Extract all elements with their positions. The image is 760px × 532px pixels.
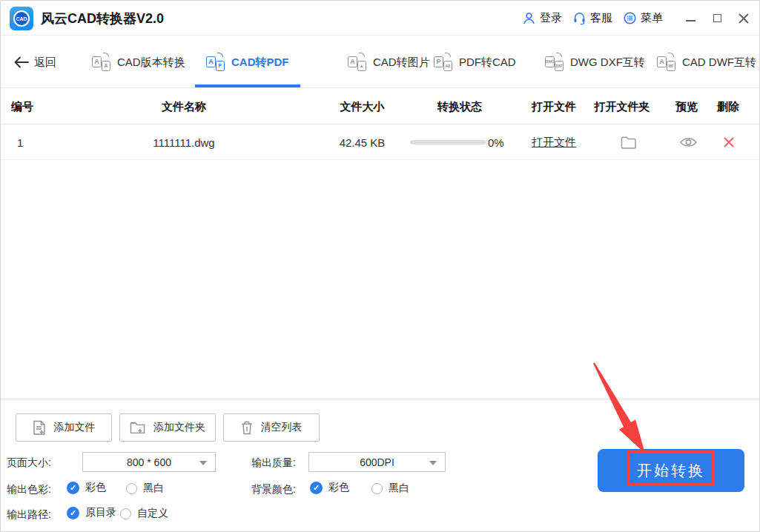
radio-label: 自定义 bbox=[137, 507, 168, 520]
radio-label: 黑白 bbox=[143, 482, 164, 495]
header-index: 编号 bbox=[11, 89, 41, 124]
menu-button[interactable]: 菜单 bbox=[623, 11, 663, 25]
output-path-label: 输出路径: bbox=[7, 508, 51, 522]
chevron-down-icon bbox=[199, 461, 207, 465]
add-file-icon bbox=[33, 420, 46, 436]
page-size-select[interactable]: 800 * 600 bbox=[82, 452, 216, 472]
close-icon bbox=[738, 13, 749, 24]
folder-icon bbox=[620, 135, 637, 150]
dwg-dxf-convert-icon: DWGDXF bbox=[545, 54, 564, 71]
tab-label: DWG DXF互转 bbox=[570, 56, 645, 70]
tab-dwg-dxf-convert[interactable]: DWGDXF DWG DXF互转 bbox=[545, 36, 645, 88]
radio-label: 彩色 bbox=[85, 481, 106, 494]
add-file-button[interactable]: 添加文件 bbox=[16, 413, 112, 442]
login-button[interactable]: 登录 bbox=[522, 11, 562, 25]
headset-icon bbox=[572, 11, 586, 25]
tab-label: CAD DWF互转 bbox=[682, 56, 756, 70]
output-path-radio-custom[interactable]: 自定义 bbox=[120, 507, 168, 520]
chevron-down-icon bbox=[429, 461, 437, 465]
tab-cad-to-pdf[interactable]: AP CAD转PDF bbox=[206, 36, 289, 88]
login-label: 登录 bbox=[540, 11, 562, 25]
active-tab-underline bbox=[195, 84, 300, 87]
tab-cad-dwf-convert[interactable]: AWF CAD DWF互转 bbox=[657, 36, 756, 88]
add-folder-label: 添加文件夹 bbox=[153, 421, 205, 434]
title-bar: CAD 风云CAD转换器V2.0 登录 客服 bbox=[1, 1, 759, 36]
preview-button[interactable] bbox=[677, 124, 699, 160]
output-path-radio-original[interactable]: ✓ 原目录 bbox=[67, 506, 116, 519]
add-folder-icon bbox=[130, 421, 145, 434]
open-file-link[interactable]: 打开文件 bbox=[532, 136, 576, 150]
menu-label: 菜单 bbox=[641, 11, 663, 25]
open-folder-button[interactable] bbox=[618, 124, 638, 160]
radio-unchecked-icon bbox=[126, 483, 137, 494]
header-delete: 删除 bbox=[706, 89, 750, 124]
cad-version-convert-icon: AA bbox=[92, 54, 110, 71]
progress-bar bbox=[410, 140, 486, 144]
header-preview: 预览 bbox=[664, 89, 709, 124]
back-button[interactable]: 返回 bbox=[14, 36, 56, 88]
row-index: 1 bbox=[17, 124, 47, 160]
tab-label: CAD转图片 bbox=[373, 56, 430, 70]
support-label: 客服 bbox=[590, 11, 612, 25]
output-quality-label: 输出质量: bbox=[251, 456, 296, 470]
cad-to-image-icon: A▴ bbox=[348, 54, 366, 71]
tab-label: CAD版本转换 bbox=[117, 56, 185, 70]
back-label: 返回 bbox=[34, 56, 56, 70]
tab-cad-version-convert[interactable]: AA CAD版本转换 bbox=[92, 36, 185, 88]
output-color-radio-bw[interactable]: 黑白 bbox=[126, 482, 164, 495]
add-file-label: 添加文件 bbox=[54, 421, 96, 434]
pdf-to-cad-icon: PAD bbox=[434, 54, 452, 71]
cad-dwf-convert-icon: AWF bbox=[657, 54, 675, 71]
row-filename: 1111111.dwg bbox=[97, 124, 271, 160]
background-color-label: 背景颜色: bbox=[251, 483, 296, 496]
output-color-label: 输出色彩: bbox=[7, 483, 51, 496]
tab-cad-to-image[interactable]: A▴ CAD转图片 bbox=[348, 36, 430, 88]
radio-checked-icon: ✓ bbox=[310, 482, 323, 494]
tab-pdf-to-cad[interactable]: PAD PDF转CAD bbox=[434, 36, 516, 88]
background-color-radio-bw[interactable]: 黑白 bbox=[371, 482, 409, 495]
background-color-radio-color[interactable]: ✓ 彩色 bbox=[310, 481, 349, 494]
app-title: 风云CAD转换器V2.0 bbox=[41, 10, 164, 27]
clear-list-label: 清空列表 bbox=[261, 421, 303, 434]
maximize-icon bbox=[713, 14, 721, 22]
add-folder-button[interactable]: 添加文件夹 bbox=[119, 413, 216, 442]
output-color-radio-color[interactable]: ✓ 彩色 bbox=[67, 481, 106, 494]
close-button[interactable] bbox=[738, 13, 749, 24]
maximize-button[interactable] bbox=[712, 13, 722, 24]
tab-bar: 返回 AA CAD版本转换 AP CAD转PDF A▴ CAD转图片 PAD P… bbox=[1, 36, 759, 88]
page-size-label: 页面大小: bbox=[7, 456, 51, 470]
radio-checked-icon: ✓ bbox=[67, 507, 79, 519]
row-filesize: 42.45 KB bbox=[316, 124, 409, 160]
output-quality-value: 600DPI bbox=[360, 456, 394, 468]
start-convert-button[interactable]: 开始转换 bbox=[598, 449, 744, 492]
minimize-icon bbox=[686, 20, 695, 21]
tab-label: CAD转PDF bbox=[231, 56, 289, 70]
minimize-button[interactable] bbox=[685, 13, 695, 24]
radio-label: 黑白 bbox=[389, 482, 409, 495]
header-open-file: 打开文件 bbox=[520, 89, 588, 124]
output-quality-select[interactable]: 600DPI bbox=[308, 452, 446, 472]
bottom-panel: 添加文件 添加文件夹 清空列表 页面大小: 800 * 600 输 bbox=[1, 399, 759, 532]
app-logo-icon: CAD bbox=[10, 7, 33, 30]
table-row: 1 1111111.dwg 42.45 KB 0% 打开文件 bbox=[1, 124, 759, 160]
page-size-value: 800 * 600 bbox=[127, 456, 171, 468]
delete-x-icon bbox=[723, 136, 735, 148]
radio-checked-icon: ✓ bbox=[67, 482, 79, 494]
clear-list-button[interactable]: 清空列表 bbox=[223, 413, 320, 442]
header-filename: 文件名称 bbox=[97, 89, 271, 124]
radio-unchecked-icon bbox=[120, 508, 131, 519]
back-arrow-icon bbox=[14, 56, 29, 68]
header-open-folder: 打开文件夹 bbox=[590, 89, 654, 124]
tab-label: PDF转CAD bbox=[459, 56, 516, 70]
table-header: 编号 文件名称 文件大小 转换状态 打开文件 打开文件夹 预览 删除 bbox=[1, 89, 759, 124]
cad-to-pdf-icon: AP bbox=[206, 54, 225, 71]
support-button[interactable]: 客服 bbox=[572, 11, 612, 25]
delete-button[interactable] bbox=[720, 124, 738, 160]
menu-icon bbox=[623, 11, 637, 25]
user-icon bbox=[522, 11, 536, 25]
header-status: 转换状态 bbox=[416, 89, 503, 124]
radio-label: 原目录 bbox=[85, 506, 116, 519]
radio-label: 彩色 bbox=[328, 481, 349, 494]
trash-icon bbox=[241, 421, 253, 435]
progress-percent: 0% bbox=[488, 124, 504, 160]
